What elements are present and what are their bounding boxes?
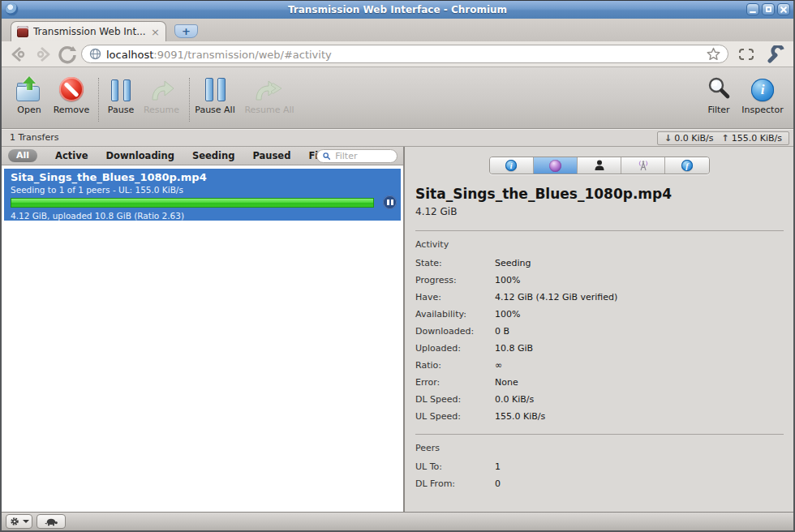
pause-all-icon (205, 78, 226, 101)
transmission-toolbar: Open Remove Pause Resume Pause All (2, 67, 793, 129)
reload-button[interactable] (55, 44, 80, 65)
address-bar[interactable]: localhost:9091/transmission/web/#activit… (81, 45, 728, 63)
transmission-favicon-icon (17, 26, 28, 37)
torrent-progress-bar (11, 198, 374, 208)
inspector-pane: i (405, 147, 793, 512)
filter-tab-paused[interactable]: Paused (252, 150, 290, 161)
minimize-button[interactable] (746, 3, 759, 15)
tab-info[interactable]: i (490, 157, 534, 174)
search-icon (706, 75, 732, 101)
peers-person-icon (594, 160, 605, 171)
minimize-icon (750, 11, 756, 13)
filter-tab-active[interactable]: Active (55, 150, 88, 161)
torrent-details: 4.12 GiB, uploaded 10.8 GiB (Ratio 2.63) (11, 211, 394, 221)
pause-icon (111, 79, 131, 101)
tab-trackers[interactable] (621, 157, 665, 174)
bookmark-star-icon[interactable] (707, 47, 720, 61)
filter-bar: All Active Downloading Seeding Paused Fi… (2, 147, 403, 165)
files-icon: f (681, 160, 693, 171)
resume-button[interactable]: Resume (135, 75, 188, 115)
inspector-info-icon: i (751, 79, 774, 101)
close-button[interactable] (777, 3, 790, 15)
maximize-icon (766, 6, 771, 12)
torrent-row[interactable]: Sita_Sings_the_Blues_1080p.mp4 Seeding t… (4, 169, 401, 221)
tab-close-icon[interactable]: × (151, 27, 160, 37)
navigation-bar: localhost:9091/transmission/web/#activit… (2, 41, 793, 67)
filter-tab-seeding[interactable]: Seeding (192, 150, 234, 161)
filter-tab-downloading[interactable]: Downloading (106, 150, 174, 161)
pause-all-button[interactable]: Pause All (188, 75, 242, 115)
speed-summary: ↓0.0 KiB/s ↑155.0 KiB/s (657, 131, 789, 145)
activity-rows: State:Seeding Progress:100% Have:4.12 Gi… (415, 255, 784, 425)
activity-sphere-icon (549, 160, 561, 172)
resume-all-button[interactable]: Resume All (243, 75, 296, 115)
back-icon (9, 45, 28, 64)
download-speed: ↓0.0 KiB/s (664, 132, 713, 144)
back-button[interactable] (6, 44, 31, 65)
detail-row: Have:4.12 GiB (4.12 GiB verified) (415, 289, 784, 306)
filter-tab-all[interactable]: All (8, 149, 37, 162)
reload-icon (58, 45, 77, 64)
detail-row: Downloaded:0 B (415, 323, 784, 340)
torrent-list-pane: All Active Downloading Seeding Paused Fi… (2, 147, 405, 512)
up-arrow-icon: ↑ (722, 133, 729, 144)
peers-rows: UL To:1 DL From:0 (415, 458, 784, 492)
window-titlebar[interactable]: Transmission Web Interface - Chromium (2, 1, 793, 19)
torrent-progress-track (11, 198, 374, 208)
tab-peers[interactable] (578, 157, 621, 174)
turtle-icon (44, 517, 58, 526)
detail-row: UL Speed:155.0 KiB/s (415, 408, 784, 425)
detail-row: Uploaded:10.8 GiB (415, 340, 784, 357)
globe-icon (89, 48, 101, 60)
torrent-status: Seeding to 1 of 1 peers - UL: 155.0 KiB/… (11, 185, 394, 195)
browser-tab[interactable]: Transmission Web Int... × (11, 21, 166, 41)
down-arrow-icon: ↓ (664, 133, 672, 144)
inspector-tab-bar: i (489, 157, 710, 174)
tab-strip: Transmission Web Int... × + (2, 19, 793, 41)
forward-button[interactable] (31, 44, 55, 65)
detail-row: DL From:0 (415, 475, 784, 492)
open-folder-icon (15, 76, 43, 101)
transfer-status-bar: 1 Transfers ↓0.0 KiB/s ↑155.0 KiB/s (2, 129, 793, 147)
remove-button[interactable]: Remove (45, 75, 98, 115)
wrench-icon (767, 45, 784, 63)
new-tab-button[interactable]: + (174, 24, 198, 38)
filter-search-box[interactable] (316, 149, 398, 163)
detail-row: State:Seeding (415, 255, 784, 272)
pause-icon (387, 200, 389, 205)
detail-row: DL Speed:0.0 KiB/s (415, 391, 784, 408)
tab-activity[interactable] (534, 157, 578, 174)
url-text: localhost:9091/transmission/web/#activit… (106, 46, 702, 62)
inspector-button[interactable]: i Inspector (736, 75, 789, 115)
chromium-logo-icon (6, 3, 18, 15)
resize-frame-icon (737, 47, 755, 62)
settings-wrench-button[interactable] (764, 44, 787, 65)
resume-icon (148, 79, 175, 101)
search-icon (323, 152, 330, 161)
torrent-pause-button[interactable] (383, 195, 397, 209)
activity-section-title: Activity (415, 238, 784, 251)
footer-bar (2, 512, 793, 530)
inspector-torrent-name: Sita_Sings_the_Blues_1080p.mp4 (415, 186, 784, 202)
info-icon: i (505, 160, 517, 171)
upload-speed: ↑155.0 KiB/s (722, 132, 782, 144)
window-title: Transmission Web Interface - Chromium (2, 4, 793, 15)
torrent-name: Sita_Sings_the_Blues_1080p.mp4 (11, 171, 394, 184)
speed-limit-turtle-button[interactable] (37, 514, 66, 529)
resize-page-button[interactable] (735, 44, 758, 65)
tab-title: Transmission Web Int... (33, 26, 146, 37)
transfer-count: 1 Transfers (10, 130, 58, 146)
torrent-list: Sita_Sings_the_Blues_1080p.mp4 Seeding t… (2, 165, 403, 512)
divider (415, 230, 784, 231)
maximize-button[interactable] (762, 3, 775, 15)
settings-menu-button[interactable] (6, 514, 32, 529)
tab-files[interactable]: f (665, 157, 708, 174)
url-path: :9091/transmission/web/#activity (153, 49, 331, 61)
chevron-down-icon (23, 520, 29, 523)
tracker-antenna-icon (637, 160, 650, 172)
inspector-torrent-size: 4.12 GiB (415, 206, 784, 218)
inspector-content: Sita_Sings_the_Blues_1080p.mp4 4.12 GiB … (415, 179, 784, 512)
filter-search-input[interactable] (333, 150, 391, 162)
detail-row: UL To:1 (415, 458, 784, 475)
detail-row: Ratio:∞ (415, 357, 784, 374)
